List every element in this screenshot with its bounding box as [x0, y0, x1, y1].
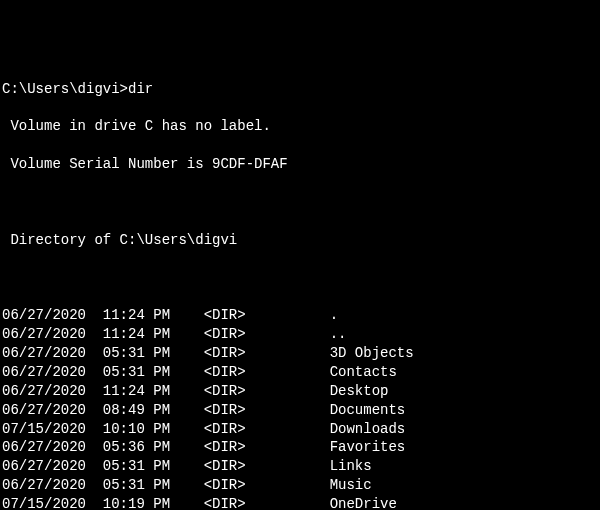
prompt: C:\Users\digvi> — [2, 81, 128, 97]
dir-row: 07/15/2020 10:19 PM <DIR> OneDrive — [2, 495, 598, 510]
terminal-line: C:\Users\digvi>dir — [2, 80, 598, 99]
dir-row: 06/27/2020 05:31 PM <DIR> Links — [2, 457, 598, 476]
output-line: Volume in drive C has no label. — [2, 117, 598, 136]
dir-row: 06/27/2020 05:31 PM <DIR> 3D Objects — [2, 344, 598, 363]
output-line: Directory of C:\Users\digvi — [2, 231, 598, 250]
dir-listing: 06/27/2020 11:24 PM <DIR> .06/27/2020 11… — [2, 306, 598, 510]
dir-row: 06/27/2020 05:31 PM <DIR> Music — [2, 476, 598, 495]
dir-row: 06/27/2020 05:31 PM <DIR> Contacts — [2, 363, 598, 382]
output-line: Volume Serial Number is 9CDF-DFAF — [2, 155, 598, 174]
dir-row: 07/15/2020 10:10 PM <DIR> Downloads — [2, 420, 598, 439]
blank-line — [2, 193, 598, 212]
dir-row: 06/27/2020 11:24 PM <DIR> .. — [2, 325, 598, 344]
blank-line — [2, 268, 598, 287]
dir-row: 06/27/2020 08:49 PM <DIR> Documents — [2, 401, 598, 420]
dir-row: 06/27/2020 11:24 PM <DIR> . — [2, 306, 598, 325]
dir-row: 06/27/2020 05:36 PM <DIR> Favorites — [2, 438, 598, 457]
dir-row: 06/27/2020 11:24 PM <DIR> Desktop — [2, 382, 598, 401]
command-text: dir — [128, 81, 153, 97]
